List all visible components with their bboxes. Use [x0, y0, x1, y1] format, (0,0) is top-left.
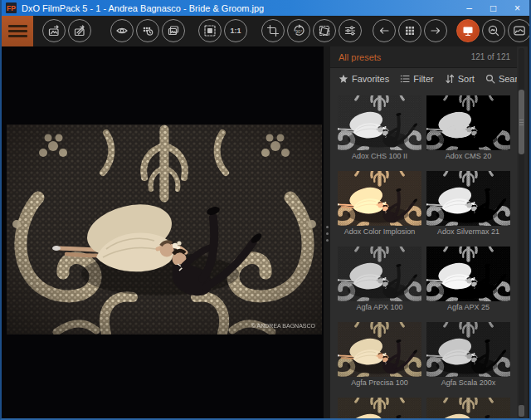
hamburger-icon: [8, 25, 27, 27]
export-to-disk-button[interactable]: [42, 19, 66, 42]
rotate-90-button[interactable]: 90°: [287, 19, 310, 42]
preset-label: Adox CHS 100 II: [338, 150, 421, 164]
export-to-application-button[interactable]: [68, 19, 91, 42]
maximize-button[interactable]: □: [481, 0, 505, 16]
preset-thumbnail[interactable]: [338, 322, 421, 377]
preset-thumbnail[interactable]: [338, 95, 421, 150]
preset-item[interactable]: Adox CMS 20: [426, 95, 510, 164]
main-photo[interactable]: [7, 125, 322, 335]
preset-label: Adox Color Implosion: [338, 226, 421, 239]
export-edit-icon: [73, 24, 86, 37]
display-group: [456, 19, 531, 42]
main-toolbar: 1:1 90°: [2, 16, 529, 46]
transform-group: 90°: [261, 19, 362, 42]
monitor-icon: [461, 24, 475, 37]
preset-thumbnail[interactable]: [426, 95, 510, 150]
preset-label: Adox Silvermax 21: [426, 226, 510, 239]
export-image-icon: [47, 24, 61, 37]
sort-arrows-icon: [445, 74, 455, 84]
sort-button[interactable]: Sort: [445, 74, 475, 84]
svg-text:90°: 90°: [295, 29, 302, 34]
preset-thumbnail[interactable]: [426, 247, 510, 301]
star-icon: [339, 74, 348, 84]
preset-grid: Adox CHS 100 II Adox CMS 20 Adox Color I…: [330, 90, 517, 420]
app-icon: FP: [6, 2, 17, 13]
thumbnail-grid-button[interactable]: [398, 19, 421, 42]
preset-item[interactable]: Adox Color Implosion: [338, 171, 421, 239]
arrow-left-icon: [378, 24, 391, 37]
minimize-button[interactable]: –: [457, 0, 481, 16]
adjustments-button[interactable]: [339, 19, 362, 42]
image-stack-icon: [167, 24, 180, 37]
app-window: FP DxO FilmPack 5 - 1 - Andrea Bagnasco …: [0, 0, 531, 420]
sliders-icon: [343, 24, 357, 37]
eye-icon: [115, 24, 129, 37]
display-mode-button[interactable]: [456, 19, 480, 42]
favorites-button[interactable]: Favorites: [339, 74, 389, 84]
export-group: [42, 19, 91, 42]
perspective-button[interactable]: [313, 19, 336, 42]
preset-label: Agfa APX 25: [426, 301, 510, 315]
snapshots-clock-icon: [141, 24, 154, 37]
presets-category-title[interactable]: All presets: [339, 52, 381, 62]
grid-icon: [403, 24, 417, 37]
previous-image-button[interactable]: [373, 19, 396, 42]
view-group: [110, 19, 185, 42]
preset-item[interactable]: Agfa Scala 200x: [426, 322, 510, 390]
window-title: DxO FilmPack 5 - 1 - Andrea Bagnasco - B…: [22, 3, 264, 13]
scrollbar-bottom-piece[interactable]: [519, 405, 524, 417]
preview-button[interactable]: [110, 19, 134, 42]
histogram-button[interactable]: [508, 19, 531, 42]
presets-header: All presets 121 of 121: [330, 46, 517, 68]
preset-label: Agfa Precisa 100: [338, 377, 421, 390]
preset-label: Agfa APX 100: [338, 301, 421, 315]
presets-filter-bar: Favorites Filter Sort: [330, 68, 517, 90]
fit-to-screen-button[interactable]: [198, 19, 222, 42]
rotate-90-icon: 90°: [291, 23, 306, 38]
zoom-group: 1:1: [198, 19, 247, 42]
navigation-group: [373, 19, 447, 42]
filter-button[interactable]: Filter: [400, 74, 433, 84]
search-icon: [485, 74, 495, 84]
preset-thumbnail[interactable]: [338, 398, 421, 420]
snapshots-button[interactable]: [136, 19, 159, 42]
zoom-1-1-icon: 1:1: [230, 27, 241, 35]
presets-scrollbar: [517, 46, 528, 420]
preset-thumbnail[interactable]: [426, 398, 510, 420]
title-bar: FP DxO FilmPack 5 - 1 - Andrea Bagnasco …: [2, 0, 529, 16]
preset-label: Adox CMS 20: [426, 150, 510, 164]
loupe-icon: [487, 24, 500, 37]
crop-icon: [266, 24, 280, 37]
preset-label: Agfa Scala 200x: [426, 377, 510, 390]
crop-button[interactable]: [261, 19, 285, 42]
next-image-button[interactable]: [424, 19, 447, 42]
preset-item[interactable]: Agfa APX 100: [338, 247, 421, 315]
panel-resize-handle[interactable]: [324, 46, 330, 420]
preset-item[interactable]: [426, 398, 510, 420]
image-canvas: [2, 46, 324, 420]
scrollbar-thumb[interactable]: [519, 90, 524, 154]
content-area: All presets 121 of 121 Favorites Filter: [2, 46, 529, 420]
preset-thumbnail[interactable]: [426, 171, 510, 226]
preset-item[interactable]: Agfa Precisa 100: [338, 322, 421, 390]
preset-thumbnail[interactable]: [338, 171, 421, 226]
presets-panel: All presets 121 of 121 Favorites Filter: [330, 46, 517, 420]
preset-thumbnail[interactable]: [426, 322, 510, 377]
preset-item[interactable]: Adox CHS 100 II: [338, 95, 421, 164]
fit-screen-icon: [203, 24, 217, 37]
filter-list-icon: [400, 74, 410, 84]
image-browser-button[interactable]: [162, 19, 185, 42]
close-button[interactable]: ×: [505, 0, 529, 16]
loupe-button[interactable]: [482, 19, 505, 42]
search-button[interactable]: Search: [485, 74, 517, 84]
preset-item[interactable]: Adox Silvermax 21: [426, 171, 510, 239]
drag-dots-icon: [326, 226, 329, 228]
window-controls: – □ ×: [457, 0, 529, 16]
waveform-icon: [513, 24, 526, 37]
preset-item[interactable]: Agfa APX 25: [426, 247, 510, 315]
preset-item[interactable]: [338, 398, 421, 420]
menu-button[interactable]: [2, 16, 33, 46]
presets-count: 121 of 121: [471, 52, 510, 61]
preset-thumbnail[interactable]: [338, 247, 421, 301]
zoom-1-1-button[interactable]: 1:1: [224, 19, 247, 42]
